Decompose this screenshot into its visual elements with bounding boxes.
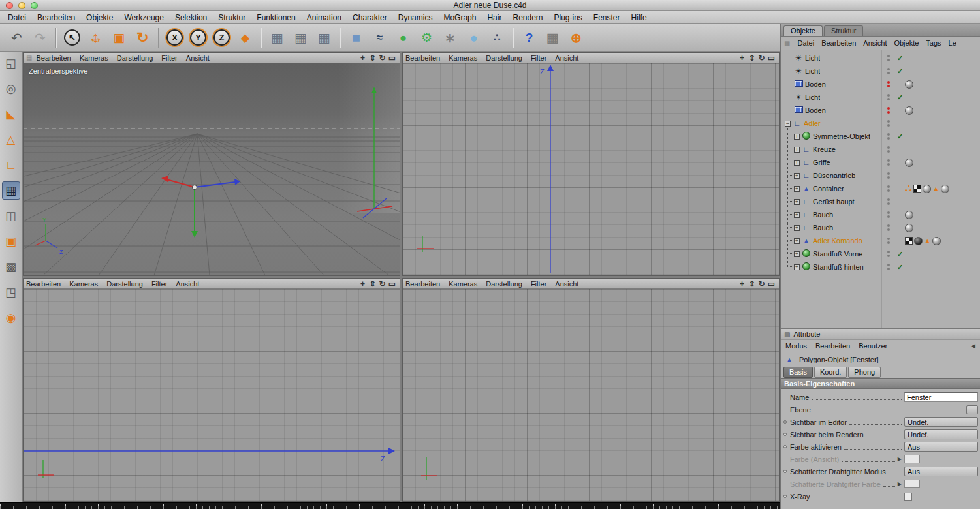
object-row[interactable]: + ▲ Adler Komando ▲ [781, 234, 980, 247]
expand-toggle[interactable]: + [794, 186, 800, 192]
object-row[interactable]: + Symmetrie-Objekt ✓ [781, 130, 980, 143]
vp-menu-kameras[interactable]: Kameras [449, 280, 477, 288]
visibility-dots[interactable] [882, 81, 895, 87]
viewport-zoom-icon[interactable]: ⇕ [747, 279, 757, 288]
tab-koord[interactable]: Koord. [814, 367, 847, 378]
make-editable-icon[interactable]: ◱ [2, 54, 20, 72]
texture-axis-mode-icon[interactable]: ◣ [2, 105, 20, 123]
visibility-dots[interactable] [882, 146, 895, 153]
viewport-maximize-icon[interactable]: ▭ [387, 279, 397, 288]
attr-menu-bearbeiten[interactable]: Bearbeiten [815, 342, 850, 350]
visibility-dots[interactable] [882, 68, 895, 74]
vp-menu-darstellung[interactable]: Darstellung [106, 280, 143, 288]
enable-check-icon[interactable]: ✓ [895, 263, 905, 271]
object-row[interactable]: ☀ Licht ✓ [781, 91, 980, 104]
om-menu-bearbeiten[interactable]: Bearbeiten [821, 39, 856, 47]
object-axis-mode-icon[interactable]: ◉ [2, 309, 20, 327]
uv-mode-icon[interactable]: ▩ [2, 258, 20, 276]
object-row[interactable]: + ▲ Container ▲ [781, 182, 980, 195]
undo-icon[interactable]: ↶ [5, 26, 28, 50]
ortho-canvas[interactable] [403, 289, 779, 501]
menu-selektion[interactable]: Selektion [175, 13, 207, 22]
om-menu-tags[interactable]: Tags [926, 39, 941, 47]
vp-menu-ansicht[interactable]: Ansicht [186, 54, 210, 62]
render-picture-viewer-icon[interactable]: ▦ [313, 26, 336, 50]
viewport-rotate-icon[interactable]: ↻ [757, 54, 767, 63]
object-row[interactable]: Boden [781, 78, 980, 91]
menu-hair[interactable]: Hair [487, 13, 501, 22]
collapse-toggle[interactable]: − [785, 121, 791, 127]
z-axis-lock[interactable]: Z [210, 26, 233, 50]
visibility-dots[interactable] [882, 185, 895, 192]
expand-toggle[interactable]: + [794, 173, 800, 179]
enable-check-icon[interactable]: ✓ [895, 67, 905, 76]
keyframe-circle[interactable] [783, 433, 790, 436]
add-mograph-icon[interactable]: ⚙ [415, 26, 438, 50]
wireframe-mode-dropdown[interactable]: Aus [904, 467, 978, 476]
om-menu-datei[interactable]: Datei [797, 39, 814, 47]
expand-toggle[interactable]: + [794, 134, 800, 140]
keyframe-circle[interactable] [783, 445, 790, 448]
move-tool[interactable]: ↔↕ [84, 26, 107, 50]
vp-menu-bearbeiten[interactable]: Bearbeiten [405, 280, 440, 288]
viewport-rotate-icon[interactable]: ↻ [377, 279, 387, 288]
color-swatch[interactable] [904, 480, 920, 488]
om-menu-lesezeichen[interactable]: Le [949, 39, 956, 47]
viewport-pan-icon[interactable]: + [737, 54, 747, 63]
add-particles-icon[interactable]: ∴ [486, 26, 509, 50]
keyframe-circle[interactable] [783, 420, 790, 424]
live-selection-tool[interactable]: ↖ [61, 26, 84, 50]
menu-animation[interactable]: Animation [307, 13, 341, 22]
xray-checkbox[interactable] [904, 493, 912, 501]
vp-menu-ansicht[interactable]: Ansicht [176, 280, 199, 288]
visibility-dots[interactable] [882, 264, 895, 270]
attr-menu-modus[interactable]: Modus [785, 342, 807, 350]
viewport-zoom-icon[interactable]: ⇕ [368, 54, 377, 63]
visibility-dots[interactable] [882, 211, 895, 218]
object-row[interactable]: + Standfuß Vorne ✓ [781, 247, 980, 260]
viewport-rotate-icon[interactable]: ↻ [757, 279, 767, 288]
vp-menu-kameras[interactable]: Kameras [69, 280, 98, 288]
color-enable-dropdown[interactable]: Aus [904, 442, 978, 452]
menu-struktur[interactable]: Struktur [218, 13, 245, 22]
keyframe-circle[interactable] [783, 495, 790, 498]
vp-menu-bearbeiten[interactable]: Bearbeiten [36, 54, 71, 62]
vp-menu-bearbeiten[interactable]: Bearbeiten [405, 54, 440, 62]
expand-toggle[interactable]: + [794, 238, 800, 244]
panel-handle-icon[interactable]: ▦ [26, 54, 32, 61]
ortho-canvas[interactable]: Z [403, 63, 779, 275]
model-mode-icon[interactable]: ◎ [2, 80, 20, 98]
visibility-dots[interactable] [882, 172, 895, 179]
menu-plugins[interactable]: Plug-ins [554, 13, 582, 22]
menu-charakter[interactable]: Charakter [353, 13, 387, 22]
material-tag[interactable] [905, 211, 913, 219]
object-row[interactable]: ☀ Licht ✓ [781, 52, 980, 65]
perspective-canvas[interactable]: Y Z Zentralperspektive [24, 63, 400, 275]
enable-check-icon[interactable]: ✓ [895, 54, 905, 63]
add-spline-icon[interactable]: ≈ [368, 26, 391, 50]
coordinate-system-toggle[interactable]: ◆ [234, 26, 257, 50]
expand-arrow-icon[interactable]: ▶ [898, 481, 902, 487]
expand-toggle[interactable]: + [794, 160, 800, 166]
object-row[interactable]: + ∟ Griffe [781, 156, 980, 169]
point-mode-icon[interactable]: △ [2, 131, 20, 149]
menu-objekte[interactable]: Objekte [86, 13, 113, 22]
visibility-dots[interactable] [882, 133, 895, 140]
texture-mode-icon[interactable]: ▣ [2, 232, 20, 251]
selection-tag[interactable] [905, 185, 912, 193]
add-array-icon[interactable]: ∗ [439, 26, 462, 50]
menu-fenster[interactable]: Fenster [593, 13, 620, 22]
x-axis-lock[interactable]: X [163, 26, 186, 50]
enable-check-icon[interactable]: ✓ [895, 250, 905, 258]
enable-check-icon[interactable]: ✓ [895, 132, 905, 141]
zoom-button[interactable] [31, 2, 38, 9]
visibility-dots[interactable] [882, 198, 895, 205]
texture-tag[interactable] [905, 237, 913, 245]
object-row[interactable]: − ∟ Adler [781, 117, 980, 130]
rotate-tool[interactable]: ↻ [131, 26, 154, 50]
expand-toggle[interactable]: + [794, 264, 800, 270]
menu-hilfe[interactable]: Hilfe [631, 13, 647, 22]
help-icon[interactable]: ? [518, 26, 541, 50]
menu-rendern[interactable]: Rendern [513, 13, 543, 22]
menu-werkzeuge[interactable]: Werkzeuge [124, 13, 163, 22]
